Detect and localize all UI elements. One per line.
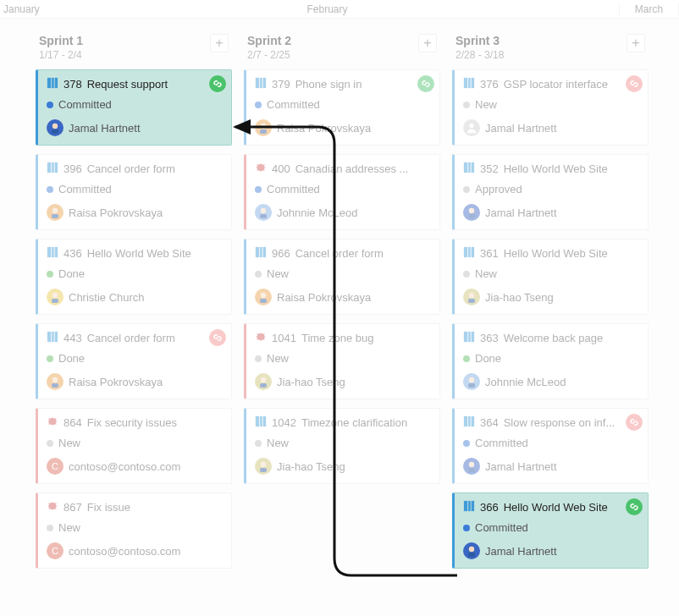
svg-rect-78 xyxy=(472,247,475,257)
work-item-title: Phone sign in xyxy=(295,78,362,91)
state-row: Committed xyxy=(463,521,639,534)
svg-rect-75 xyxy=(468,214,475,218)
work-item-card[interactable]: 366Hello World Web SiteCommittedJamal Ha… xyxy=(452,492,649,569)
svg-rect-0 xyxy=(47,78,51,88)
work-item-title: Time zone bug xyxy=(301,332,374,344)
svg-rect-71 xyxy=(464,162,467,173)
card-title-row: 867Fix issue xyxy=(47,500,223,514)
svg-rect-80 xyxy=(468,299,475,303)
work-item-title: Hello World Web Site xyxy=(504,501,608,514)
work-item-card[interactable]: 361Hello World Web SiteNewJia-hao Tseng xyxy=(452,239,649,315)
bug-icon xyxy=(255,162,267,176)
story-icon xyxy=(463,246,475,261)
month-march: March xyxy=(620,3,679,15)
svg-rect-64 xyxy=(263,416,267,426)
work-item-id: 864 xyxy=(63,416,82,429)
work-item-card[interactable]: 363Welcome back pageDoneJohnnie McLeod xyxy=(452,323,649,399)
svg-rect-2 xyxy=(55,78,58,88)
sprint-column: Sprint 32/28 - 3/18+376GSP locator inter… xyxy=(452,29,649,577)
svg-rect-9 xyxy=(52,214,58,218)
link-badge-icon xyxy=(626,414,643,431)
svg-point-3 xyxy=(52,124,58,129)
work-item-id: 366 xyxy=(480,501,499,514)
state-label: New xyxy=(475,98,497,111)
add-card-button[interactable]: + xyxy=(210,34,229,52)
state-row: Committed xyxy=(47,98,223,111)
state-dot-icon xyxy=(255,271,262,278)
assignee-row: Jamal Hartnett xyxy=(463,119,639,136)
state-label: New xyxy=(58,437,80,449)
assignee-row: Jamal Hartnett xyxy=(463,204,639,221)
work-item-id: 363 xyxy=(480,332,499,344)
work-item-card[interactable]: 379Phone sign inCommittedRaisa Pokrovska… xyxy=(244,69,440,146)
column-header: Sprint 22/7 - 2/25+ xyxy=(244,29,440,69)
month-february: February xyxy=(36,3,620,15)
state-dot-icon xyxy=(463,271,470,278)
state-label: New xyxy=(475,267,497,280)
work-item-card[interactable]: 436Hello World Web SiteDoneChristie Chur… xyxy=(36,239,232,315)
work-item-card[interactable]: 378Request supportCommittedJamal Hartnet… xyxy=(36,69,232,146)
work-item-card[interactable]: 1042Timezone clarificationNewJia-hao Tse… xyxy=(244,408,440,484)
work-item-title: Canadian addresses ... xyxy=(295,162,409,175)
assignee-name: Christie Church xyxy=(69,291,145,304)
svg-rect-93 xyxy=(472,501,475,511)
work-item-title: GSP locator interface xyxy=(504,78,608,91)
work-item-card[interactable]: 396Cancel order formCommittedRaisa Pokro… xyxy=(36,154,232,230)
assignee-row: Jia-hao Tseng xyxy=(255,373,431,390)
work-item-card[interactable]: 864Fix security issuesNewCcontoso@contos… xyxy=(36,408,232,484)
assignee-row: Jia-hao Tseng xyxy=(463,289,639,305)
assignee-name: Jamal Hartnett xyxy=(485,545,557,558)
work-item-card[interactable]: 443Cancel order formDoneRaisa Pokrovskay… xyxy=(36,323,232,399)
svg-rect-81 xyxy=(464,332,467,342)
state-label: Committed xyxy=(58,98,112,111)
assignee-row: Ccontoso@contoso.com xyxy=(47,458,223,475)
assignee-name: contoso@contoso.com xyxy=(69,460,180,473)
work-item-card[interactable]: 400Canadian addresses ...CommittedJohnni… xyxy=(244,154,440,230)
svg-point-65 xyxy=(261,462,266,467)
work-item-title: Hello World Web Site xyxy=(504,162,608,175)
work-item-title: Request support xyxy=(87,78,168,91)
svg-rect-36 xyxy=(263,78,267,88)
work-item-card[interactable]: 966Cancel order formNewRaisa Pokrovskaya xyxy=(244,239,440,315)
work-item-card[interactable]: 867Fix issueNewCcontoso@contoso.com xyxy=(36,492,232,569)
card-title-row: 436Hello World Web Site xyxy=(47,246,223,261)
work-item-card[interactable]: 364Slow response on inf...CommittedJamal… xyxy=(452,408,649,484)
work-item-id: 376 xyxy=(480,78,499,91)
svg-rect-68 xyxy=(468,78,471,88)
assignee-name: contoso@contoso.com xyxy=(69,545,180,558)
add-card-button[interactable]: + xyxy=(627,34,645,52)
state-row: New xyxy=(463,98,639,111)
avatar xyxy=(47,119,63,136)
story-icon xyxy=(463,500,475,514)
assignee-name: Jamal Hartnett xyxy=(69,122,141,135)
svg-rect-77 xyxy=(468,247,471,257)
state-row: Committed xyxy=(255,183,431,195)
state-label: New xyxy=(267,352,289,365)
assignee-row: Jamal Hartnett xyxy=(47,119,223,136)
state-row: Done xyxy=(463,352,639,365)
column-date-range: 2/7 - 2/25 xyxy=(247,49,291,61)
svg-point-74 xyxy=(469,208,474,213)
state-dot-icon xyxy=(463,440,470,447)
link-badge-icon xyxy=(626,498,643,515)
add-card-button[interactable]: + xyxy=(418,34,437,52)
state-dot-icon xyxy=(47,525,53,531)
svg-rect-82 xyxy=(468,332,471,342)
svg-rect-12 xyxy=(55,247,58,257)
work-item-card[interactable]: 376GSP locator interfaceNewJamal Hartnet… xyxy=(452,69,649,146)
assignee-name: Jia-hao Tseng xyxy=(485,291,554,304)
avatar xyxy=(255,289,272,305)
column-title: Sprint 2 xyxy=(247,34,291,47)
state-dot-icon xyxy=(255,355,262,362)
svg-point-94 xyxy=(469,547,474,552)
avatar xyxy=(463,204,480,221)
avatar: C xyxy=(47,458,63,475)
svg-rect-63 xyxy=(260,416,262,426)
work-item-card[interactable]: 1041Time zone bugNewJia-hao Tseng xyxy=(244,323,440,399)
svg-rect-87 xyxy=(468,416,471,426)
column-header: Sprint 11/17 - 2/4+ xyxy=(36,29,232,69)
work-item-card[interactable]: 352Hello World Web SiteApprovedJamal Har… xyxy=(452,154,649,230)
sprint-column: Sprint 11/17 - 2/4+378Request supportCom… xyxy=(36,29,232,577)
work-item-title: Welcome back page xyxy=(504,332,604,344)
svg-rect-10 xyxy=(47,247,51,257)
